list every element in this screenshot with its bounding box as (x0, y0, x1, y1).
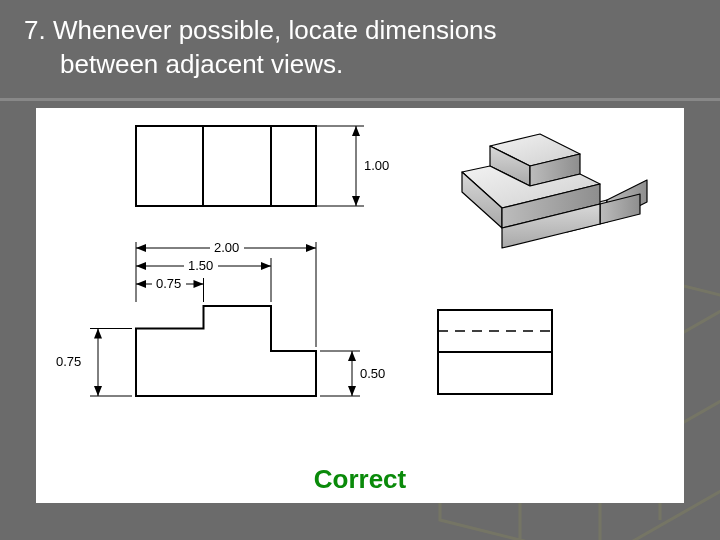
heading-line-2: between adjacent views. (24, 48, 696, 82)
svg-marker-13 (136, 244, 146, 252)
dim-width-mid: 1.50 (188, 258, 213, 273)
svg-marker-21 (136, 280, 146, 288)
svg-marker-27 (94, 329, 102, 339)
svg-marker-18 (261, 262, 271, 270)
isometric-view (432, 112, 652, 262)
svg-marker-32 (348, 351, 356, 361)
dim-depth-half: 0.50 (360, 366, 385, 381)
svg-marker-17 (136, 262, 146, 270)
dim-step-height: 0.75 (56, 354, 81, 369)
svg-marker-7 (352, 196, 360, 206)
svg-rect-0 (136, 126, 316, 206)
dim-width-small: 0.75 (156, 276, 181, 291)
svg-marker-28 (94, 386, 102, 396)
side-view (432, 304, 572, 404)
top-view: 1.00 (106, 114, 406, 222)
front-view: 2.00 1.50 0.75 0.75 0.50 (54, 236, 414, 466)
heading-line-1: 7. Whenever possible, locate dimensions (24, 14, 696, 48)
svg-marker-22 (194, 280, 204, 288)
rule-heading: 7. Whenever possible, locate dimensions … (0, 0, 720, 101)
dim-height-top: 1.00 (364, 158, 389, 173)
svg-marker-14 (306, 244, 316, 252)
drawing-panel: 1.00 2.00 1.50 0.75 (36, 108, 684, 503)
dim-width-full: 2.00 (214, 240, 239, 255)
svg-marker-33 (348, 386, 356, 396)
svg-marker-6 (352, 126, 360, 136)
correct-label: Correct (36, 464, 684, 495)
